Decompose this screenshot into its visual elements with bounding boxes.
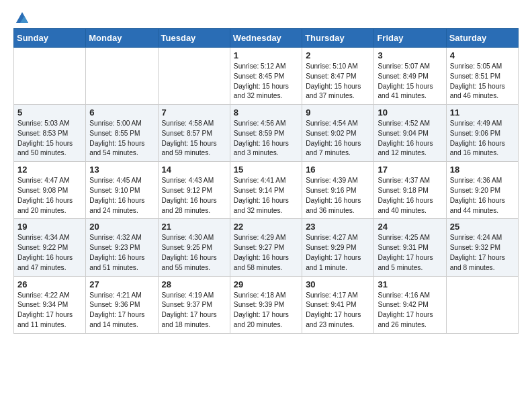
calendar-cell: 29Sunrise: 4:18 AM Sunset: 9:39 PM Dayli… xyxy=(230,276,302,333)
day-info: Sunrise: 4:32 AM Sunset: 9:23 PM Dayligh… xyxy=(89,233,154,273)
day-number: 5 xyxy=(17,107,82,118)
calendar-cell: 15Sunrise: 4:41 AM Sunset: 9:14 PM Dayli… xyxy=(230,162,302,219)
day-number: 19 xyxy=(17,222,82,232)
calendar-cell: 21Sunrise: 4:30 AM Sunset: 9:25 PM Dayli… xyxy=(158,219,230,276)
day-number: 24 xyxy=(378,222,442,232)
calendar-cell: 12Sunrise: 4:47 AM Sunset: 9:08 PM Dayli… xyxy=(14,162,86,219)
calendar-day-header: Thursday xyxy=(302,29,374,48)
calendar-cell: 3Sunrise: 5:07 AM Sunset: 8:49 PM Daylig… xyxy=(374,48,446,105)
calendar-cell: 11Sunrise: 4:49 AM Sunset: 9:06 PM Dayli… xyxy=(446,105,518,162)
day-number: 22 xyxy=(234,222,298,232)
day-number: 29 xyxy=(234,279,298,289)
logo-icon xyxy=(15,11,30,26)
calendar-cell: 19Sunrise: 4:34 AM Sunset: 9:22 PM Dayli… xyxy=(14,219,86,276)
calendar-cell xyxy=(14,48,86,105)
calendar-day-header: Wednesday xyxy=(230,29,302,48)
day-number: 13 xyxy=(89,165,154,175)
day-info: Sunrise: 4:22 AM Sunset: 9:34 PM Dayligh… xyxy=(17,291,82,330)
calendar-cell: 20Sunrise: 4:32 AM Sunset: 9:23 PM Dayli… xyxy=(86,219,158,276)
day-number: 20 xyxy=(89,222,154,232)
logo xyxy=(13,11,30,23)
calendar-cell: 6Sunrise: 5:00 AM Sunset: 8:55 PM Daylig… xyxy=(86,105,158,162)
day-info: Sunrise: 4:17 AM Sunset: 9:41 PM Dayligh… xyxy=(306,291,370,330)
calendar-table: SundayMondayTuesdayWednesdayThursdayFrid… xyxy=(13,28,519,334)
day-info: Sunrise: 4:45 AM Sunset: 9:10 PM Dayligh… xyxy=(89,176,154,216)
day-number: 30 xyxy=(306,279,370,289)
day-info: Sunrise: 4:18 AM Sunset: 9:39 PM Dayligh… xyxy=(234,291,298,330)
day-number: 9 xyxy=(306,107,370,118)
calendar-cell: 13Sunrise: 4:45 AM Sunset: 9:10 PM Dayli… xyxy=(86,162,158,219)
day-info: Sunrise: 4:56 AM Sunset: 8:59 PM Dayligh… xyxy=(234,119,298,158)
calendar-cell: 8Sunrise: 4:56 AM Sunset: 8:59 PM Daylig… xyxy=(230,105,302,162)
day-info: Sunrise: 4:49 AM Sunset: 9:06 PM Dayligh… xyxy=(450,119,515,158)
header xyxy=(13,11,519,23)
day-number: 16 xyxy=(306,165,370,175)
calendar-cell: 1Sunrise: 5:12 AM Sunset: 8:45 PM Daylig… xyxy=(230,48,302,105)
day-info: Sunrise: 4:16 AM Sunset: 9:42 PM Dayligh… xyxy=(378,291,442,330)
day-number: 18 xyxy=(450,165,515,175)
day-number: 1 xyxy=(234,50,298,60)
calendar-day-header: Saturday xyxy=(446,29,518,48)
calendar-cell: 17Sunrise: 4:37 AM Sunset: 9:18 PM Dayli… xyxy=(374,162,446,219)
day-info: Sunrise: 4:19 AM Sunset: 9:37 PM Dayligh… xyxy=(162,291,226,330)
day-number: 17 xyxy=(378,165,442,175)
day-number: 7 xyxy=(162,107,226,118)
day-info: Sunrise: 5:03 AM Sunset: 8:53 PM Dayligh… xyxy=(17,119,82,158)
day-number: 3 xyxy=(378,50,442,60)
day-info: Sunrise: 5:12 AM Sunset: 8:45 PM Dayligh… xyxy=(234,62,298,101)
day-info: Sunrise: 4:25 AM Sunset: 9:31 PM Dayligh… xyxy=(378,233,442,273)
calendar-week-row: 1Sunrise: 5:12 AM Sunset: 8:45 PM Daylig… xyxy=(14,48,519,105)
calendar-week-row: 12Sunrise: 4:47 AM Sunset: 9:08 PM Dayli… xyxy=(14,162,519,219)
calendar-cell: 23Sunrise: 4:27 AM Sunset: 9:29 PM Dayli… xyxy=(302,219,374,276)
day-info: Sunrise: 4:36 AM Sunset: 9:20 PM Dayligh… xyxy=(450,176,515,216)
day-info: Sunrise: 4:27 AM Sunset: 9:29 PM Dayligh… xyxy=(306,233,370,273)
day-number: 31 xyxy=(378,279,442,289)
page: SundayMondayTuesdayWednesdayThursdayFrid… xyxy=(0,0,532,345)
calendar-cell xyxy=(86,48,158,105)
day-number: 11 xyxy=(450,107,515,118)
calendar-cell: 14Sunrise: 4:43 AM Sunset: 9:12 PM Dayli… xyxy=(158,162,230,219)
day-number: 8 xyxy=(234,107,298,118)
calendar-cell: 10Sunrise: 4:52 AM Sunset: 9:04 PM Dayli… xyxy=(374,105,446,162)
calendar-cell: 2Sunrise: 5:10 AM Sunset: 8:47 PM Daylig… xyxy=(302,48,374,105)
day-info: Sunrise: 4:21 AM Sunset: 9:36 PM Dayligh… xyxy=(89,291,154,330)
calendar-day-header: Friday xyxy=(374,29,446,48)
day-info: Sunrise: 4:29 AM Sunset: 9:27 PM Dayligh… xyxy=(234,233,298,273)
day-number: 15 xyxy=(234,165,298,175)
calendar-cell: 16Sunrise: 4:39 AM Sunset: 9:16 PM Dayli… xyxy=(302,162,374,219)
day-number: 12 xyxy=(17,165,82,175)
calendar-cell: 22Sunrise: 4:29 AM Sunset: 9:27 PM Dayli… xyxy=(230,219,302,276)
calendar-cell: 5Sunrise: 5:03 AM Sunset: 8:53 PM Daylig… xyxy=(14,105,86,162)
calendar-cell: 26Sunrise: 4:22 AM Sunset: 9:34 PM Dayli… xyxy=(14,276,86,333)
calendar-cell: 24Sunrise: 4:25 AM Sunset: 9:31 PM Dayli… xyxy=(374,219,446,276)
day-number: 25 xyxy=(450,222,515,232)
calendar-cell: 7Sunrise: 4:58 AM Sunset: 8:57 PM Daylig… xyxy=(158,105,230,162)
calendar-header-row: SundayMondayTuesdayWednesdayThursdayFrid… xyxy=(14,29,519,48)
day-info: Sunrise: 4:34 AM Sunset: 9:22 PM Dayligh… xyxy=(17,233,82,273)
day-info: Sunrise: 4:43 AM Sunset: 9:12 PM Dayligh… xyxy=(162,176,226,216)
day-info: Sunrise: 4:24 AM Sunset: 9:32 PM Dayligh… xyxy=(450,233,515,273)
day-number: 21 xyxy=(162,222,226,232)
calendar-day-header: Monday xyxy=(86,29,158,48)
day-number: 28 xyxy=(162,279,226,289)
calendar-week-row: 19Sunrise: 4:34 AM Sunset: 9:22 PM Dayli… xyxy=(14,219,519,276)
day-info: Sunrise: 4:37 AM Sunset: 9:18 PM Dayligh… xyxy=(378,176,442,216)
day-info: Sunrise: 4:47 AM Sunset: 9:08 PM Dayligh… xyxy=(17,176,82,216)
calendar-cell xyxy=(158,48,230,105)
day-info: Sunrise: 4:54 AM Sunset: 9:02 PM Dayligh… xyxy=(306,119,370,158)
day-info: Sunrise: 4:52 AM Sunset: 9:04 PM Dayligh… xyxy=(378,119,442,158)
day-info: Sunrise: 4:41 AM Sunset: 9:14 PM Dayligh… xyxy=(234,176,298,216)
calendar-cell: 28Sunrise: 4:19 AM Sunset: 9:37 PM Dayli… xyxy=(158,276,230,333)
day-number: 2 xyxy=(306,50,370,60)
calendar-cell: 25Sunrise: 4:24 AM Sunset: 9:32 PM Dayli… xyxy=(446,219,518,276)
day-number: 14 xyxy=(162,165,226,175)
day-info: Sunrise: 4:58 AM Sunset: 8:57 PM Dayligh… xyxy=(162,119,226,158)
day-info: Sunrise: 5:07 AM Sunset: 8:49 PM Dayligh… xyxy=(378,62,442,101)
calendar-cell: 4Sunrise: 5:05 AM Sunset: 8:51 PM Daylig… xyxy=(446,48,518,105)
day-number: 23 xyxy=(306,222,370,232)
day-info: Sunrise: 4:30 AM Sunset: 9:25 PM Dayligh… xyxy=(162,233,226,273)
calendar-cell: 9Sunrise: 4:54 AM Sunset: 9:02 PM Daylig… xyxy=(302,105,374,162)
day-number: 26 xyxy=(17,279,82,289)
calendar-cell: 27Sunrise: 4:21 AM Sunset: 9:36 PM Dayli… xyxy=(86,276,158,333)
calendar-cell: 30Sunrise: 4:17 AM Sunset: 9:41 PM Dayli… xyxy=(302,276,374,333)
